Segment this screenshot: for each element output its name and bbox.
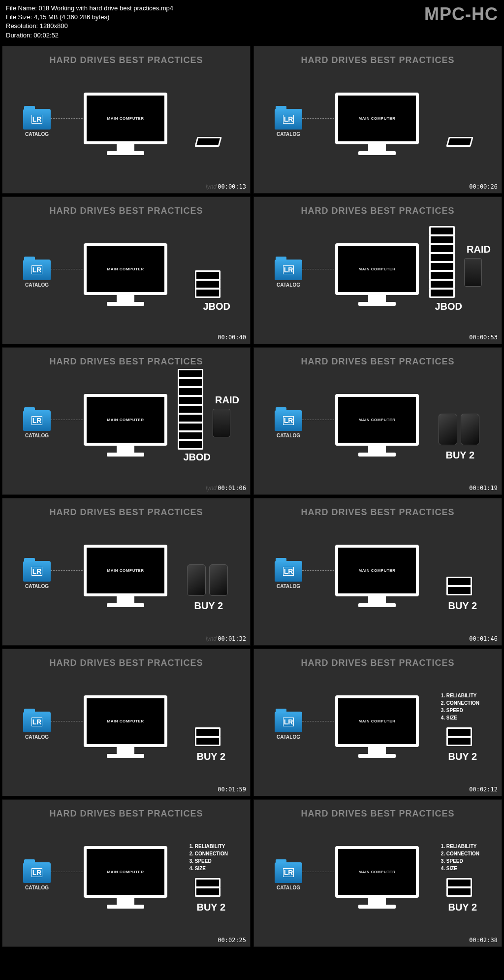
meta-resolution: Resolution: 1280x800 — [6, 22, 173, 31]
slide-title: HARD DRIVES BEST PRACTICES — [2, 498, 250, 518]
catalog-folder-icon: LRCATALOG — [23, 410, 51, 438]
raid-label: RAID — [215, 394, 239, 406]
catalog-folder-icon: LRCATALOG — [275, 561, 302, 589]
buy2-label: BUY 2 — [448, 600, 477, 612]
thumbnail-3[interactable]: HARD DRIVES BEST PRACTICES LRCATALOG MAI… — [2, 196, 251, 344]
connection-line-icon — [51, 420, 85, 420]
timestamp: 00:02:38 — [469, 937, 498, 944]
connection-line-icon — [51, 269, 85, 269]
buy2-label: BUY 2 — [448, 902, 477, 913]
slide-title: HARD DRIVES BEST PRACTICES — [254, 348, 502, 367]
slide-title: HARD DRIVES BEST PRACTICES — [2, 46, 250, 65]
raid-box-icon — [213, 409, 230, 437]
connection-line-icon — [302, 420, 337, 420]
criteria-item: 1. RELIABILITY — [441, 843, 479, 850]
timestamp: 00:01:32 — [218, 635, 246, 642]
monitor-icon: MAIN COMPUTER — [84, 846, 167, 898]
criteria-item: 4. SIZE — [441, 865, 479, 872]
thumbnail-2[interactable]: HARD DRIVES BEST PRACTICES LRCATALOG MAI… — [253, 46, 502, 194]
drive-stack-icon — [446, 878, 472, 896]
connection-line-icon — [51, 570, 85, 571]
monitor-icon: MAIN COMPUTER — [84, 695, 167, 747]
criteria-item: 2. CONNECTION — [189, 850, 228, 857]
slide-title: HARD DRIVES BEST PRACTICES — [254, 46, 502, 65]
drive-box-icon — [209, 564, 228, 596]
buy2-label: BUY 2 — [445, 450, 474, 461]
buy2-label: BUY 2 — [196, 751, 225, 762]
criteria-list: 1. RELIABILITY 2. CONNECTION 3. SPEED 4.… — [441, 692, 479, 721]
thumbnail-9[interactable]: HARD DRIVES BEST PRACTICES LRCATALOG MAI… — [2, 649, 251, 796]
jbod-stack-icon — [429, 226, 455, 297]
drive-box-icon — [439, 414, 457, 445]
thumbnail-11[interactable]: HARD DRIVES BEST PRACTICES LRCATALOG MAI… — [2, 799, 251, 947]
raid-box-icon — [464, 258, 482, 287]
timestamp: 00:00:13 — [218, 183, 246, 190]
criteria-item: 3. SPEED — [189, 857, 228, 865]
thumbnail-5[interactable]: HARD DRIVES BEST PRACTICES LRCATALOG MAI… — [2, 347, 251, 495]
hard-drive-icon — [446, 137, 473, 147]
meta-filename: File Name: 018 Working with hard drive b… — [6, 4, 173, 13]
criteria-item: 4. SIZE — [189, 865, 228, 872]
timestamp: 00:02:25 — [218, 937, 246, 944]
catalog-folder-icon: LRCATALOG — [275, 260, 302, 288]
monitor-icon: MAIN COMPUTER — [335, 243, 419, 295]
thumbnail-10[interactable]: HARD DRIVES BEST PRACTICES LRCATALOG MAI… — [253, 649, 502, 796]
slide-title: HARD DRIVES BEST PRACTICES — [254, 649, 502, 668]
header: File Name: 018 Working with hard drive b… — [0, 0, 504, 44]
monitor-icon: MAIN COMPUTER — [335, 695, 419, 747]
thumbnail-8[interactable]: HARD DRIVES BEST PRACTICES LRCATALOG MAI… — [253, 498, 502, 646]
criteria-item: 1. RELIABILITY — [441, 692, 479, 699]
thumbnail-12[interactable]: HARD DRIVES BEST PRACTICES LRCATALOG MAI… — [253, 799, 502, 947]
watermark: lynd — [206, 635, 217, 642]
timestamp: 00:01:46 — [469, 635, 498, 642]
drive-stack-icon — [195, 878, 220, 896]
timestamp: 00:01:59 — [218, 786, 246, 793]
slide-title: HARD DRIVES BEST PRACTICES — [2, 800, 250, 819]
catalog-folder-icon: LRCATALOG — [275, 109, 302, 137]
drive-stack-icon — [195, 727, 220, 745]
app-logo: MPC-HC — [424, 4, 498, 40]
catalog-folder-icon: LRCATALOG — [23, 862, 51, 890]
jbod-label: JBOD — [435, 301, 462, 312]
catalog-folder-icon: LRCATALOG — [23, 260, 51, 288]
connection-line-icon — [302, 872, 337, 872]
catalog-folder-icon: LRCATALOG — [275, 410, 302, 438]
thumbnail-4[interactable]: HARD DRIVES BEST PRACTICES LRCATALOG MAI… — [253, 196, 502, 344]
thumbnail-6[interactable]: HARD DRIVES BEST PRACTICES LRCATALOG MAI… — [253, 347, 502, 495]
catalog-folder-icon: LRCATALOG — [275, 862, 302, 890]
timestamp: 00:00:26 — [469, 183, 498, 190]
jbod-label: JBOD — [183, 452, 211, 463]
buy2-label: BUY 2 — [194, 600, 223, 612]
connection-line-icon — [51, 118, 85, 119]
monitor-icon: MAIN COMPUTER — [84, 93, 167, 144]
monitor-icon: MAIN COMPUTER — [335, 93, 419, 144]
drive-stack-icon — [446, 727, 472, 745]
connection-line-icon — [302, 269, 337, 269]
buy2-label: BUY 2 — [448, 751, 477, 762]
raid-label: RAID — [467, 244, 491, 255]
connection-line-icon — [302, 118, 337, 119]
timestamp: 00:02:12 — [469, 786, 498, 793]
timestamp: 00:01:06 — [218, 485, 246, 491]
criteria-item: 1. RELIABILITY — [189, 843, 228, 850]
criteria-item: 3. SPEED — [441, 857, 479, 865]
thumbnail-grid: HARD DRIVES BEST PRACTICES LRCATALOG MAI… — [0, 44, 504, 949]
connection-line-icon — [302, 570, 337, 571]
thumbnail-7[interactable]: HARD DRIVES BEST PRACTICES LRCATALOG MAI… — [2, 498, 251, 646]
monitor-icon: MAIN COMPUTER — [335, 394, 419, 446]
hard-drive-icon — [194, 137, 221, 147]
thumbnail-1[interactable]: HARD DRIVES BEST PRACTICES LRCATALOG MAI… — [2, 46, 251, 194]
monitor-icon: MAIN COMPUTER — [335, 846, 419, 898]
monitor-icon: MAIN COMPUTER — [335, 545, 419, 596]
buy2-label: BUY 2 — [196, 902, 225, 913]
meta-filesize: File Size: 4,15 MB (4 360 286 bytes) — [6, 13, 173, 22]
monitor-icon: MAIN COMPUTER — [84, 243, 167, 295]
watermark: lynd — [206, 485, 217, 491]
connection-line-icon — [302, 721, 337, 721]
timestamp: 00:01:19 — [469, 485, 498, 491]
jbod-stack-icon — [195, 270, 220, 297]
slide-title: HARD DRIVES BEST PRACTICES — [2, 348, 250, 367]
jbod-stack-icon — [178, 369, 203, 449]
criteria-item: 4. SIZE — [441, 714, 479, 721]
drive-box-icon — [187, 564, 206, 596]
